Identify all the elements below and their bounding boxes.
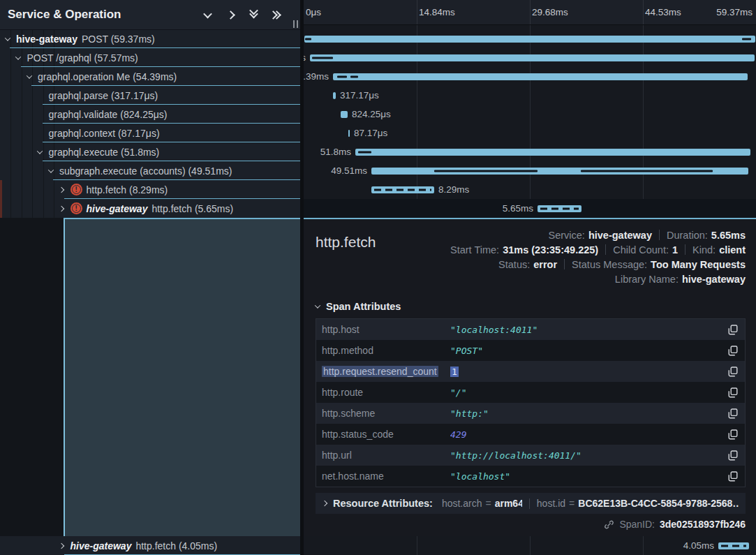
span-bar-row[interactable]: 5.65ms [304, 199, 756, 218]
span-bar-row[interactable]: 57.57ms [304, 48, 756, 67]
span-bar-row[interactable]: 87.17μs [304, 124, 756, 142]
row-collapse-icon[interactable] [24, 72, 34, 81]
span-row[interactable]: !hive-gatewayhttp.fetch (5.65ms) [0, 199, 300, 218]
chevron-down-icon [315, 302, 320, 308]
timeline-rows: 57.57ms54.39ms317.17μs824.25μs87.17μs51.… [304, 29, 756, 218]
overview-key: Library Name: [615, 274, 679, 285]
span-bar[interactable] [304, 36, 755, 43]
copy-icon[interactable] [721, 429, 745, 440]
pane-divider[interactable] [300, 0, 304, 555]
span-operation-label: http.fetch (4.05ms) [135, 540, 217, 552]
error-icon: ! [71, 184, 82, 195]
span-duration-label: 317.17μs [340, 86, 379, 105]
resource-attribute: host.arch=arm64 [442, 498, 522, 509]
double-chevron-right-icon[interactable] [271, 9, 282, 20]
resource-attributes-bar[interactable]: Resource Attributes: host.arch=arm64host… [316, 493, 746, 514]
attribute-row[interactable]: http.method"POST" [316, 340, 745, 361]
tree-header: Service & Operation [0, 0, 300, 30]
attribute-row[interactable]: http.route"/" [316, 382, 745, 403]
span-bar[interactable] [718, 542, 749, 549]
ruler-tick-label: 59.37ms [716, 0, 753, 24]
span-bar-row[interactable]: 49.51ms [304, 161, 756, 180]
span-bar-row[interactable]: 8.29ms [304, 180, 756, 199]
copy-icon[interactable] [721, 367, 745, 377]
span-bar[interactable] [371, 168, 748, 175]
span-bar[interactable] [355, 149, 750, 156]
row-collapse-icon[interactable] [36, 147, 45, 156]
span-bar[interactable] [348, 130, 350, 137]
span-row[interactable]: hive-gatewayhttp.fetch (4.05ms) [0, 536, 300, 555]
span-bar-row[interactable]: 317.17μs [304, 86, 756, 105]
span-bar-row[interactable]: 51.8ms [304, 142, 756, 161]
attribute-key: http.url [316, 450, 450, 461]
overview-separator [564, 259, 565, 269]
double-chevron-down-icon[interactable] [248, 9, 259, 20]
span-bar-row[interactable]: 4.05ms [304, 536, 756, 555]
span-duration-label: 57.57ms [304, 48, 306, 67]
span-row[interactable]: graphql.context (87.17μs) [0, 124, 300, 142]
attribute-row[interactable]: net.host.name"localhost" [316, 466, 745, 487]
span-bar[interactable] [371, 186, 434, 193]
attribute-row[interactable]: http.request.resend_count1 [316, 361, 745, 382]
copy-icon[interactable] [721, 450, 745, 461]
row-collapse-icon[interactable] [14, 53, 23, 62]
copy-icon[interactable] [721, 408, 745, 419]
span-duration-label: 54.39ms [304, 67, 329, 86]
child-span-marker [581, 170, 713, 172]
chevron-down-icon[interactable] [202, 9, 213, 20]
span-row[interactable]: graphql.parse (317.17μs) [0, 86, 300, 105]
span-bar-row[interactable]: 824.25μs [304, 105, 756, 124]
overview-separator [685, 244, 685, 255]
overview-separator [659, 230, 660, 240]
row-collapse-icon[interactable] [46, 166, 55, 175]
attribute-row[interactable]: http.url"http://localhost:4011/" [316, 445, 745, 466]
span-bar[interactable] [333, 92, 336, 99]
span-bar-row[interactable]: 54.39ms [304, 67, 756, 86]
selected-span-spacer [0, 218, 300, 536]
copy-icon[interactable] [721, 346, 745, 356]
attribute-key: http.method [316, 345, 450, 356]
selected-span-block [64, 218, 300, 536]
copy-icon[interactable] [721, 471, 745, 482]
row-underline [43, 123, 301, 124]
row-expand-icon[interactable] [57, 185, 66, 194]
resource-separator [529, 498, 530, 509]
attribute-row[interactable]: http.host"localhost:4011" [316, 319, 745, 340]
span-row[interactable]: POST /graphql (57.57ms) [0, 48, 300, 67]
attribute-row[interactable]: http.scheme"http:" [316, 403, 745, 424]
overview-separator [605, 244, 606, 255]
child-span-marker [742, 38, 751, 40]
span-bar[interactable] [333, 73, 748, 80]
span-duration-label: 4.05ms [683, 536, 714, 555]
row-expand-icon[interactable] [57, 541, 66, 550]
link-icon[interactable] [604, 519, 614, 530]
ruler-tick-label: 44.53ms [645, 0, 681, 24]
attribute-row[interactable]: http.status_code429 [316, 424, 745, 445]
span-bar[interactable] [341, 111, 348, 118]
span-row[interactable]: graphql.execute (51.8ms) [0, 142, 300, 161]
overview-value: error [533, 259, 557, 270]
span-detail-header: http.fetch Service:hive-gatewayDuration:… [316, 228, 746, 286]
span-row[interactable]: hive-gatewayPOST (59.37ms) [0, 29, 300, 48]
span-operation-label: POST (59.37ms) [82, 34, 155, 45]
span-row[interactable]: subgraph.execute (accounts) (49.51ms) [0, 161, 300, 180]
overview-value: hive-gateway [588, 230, 652, 241]
row-underline [64, 198, 301, 199]
copy-icon[interactable] [721, 325, 745, 335]
overview-line: Service:hive-gatewayDuration:5.65ms [549, 228, 746, 242]
row-expand-icon[interactable] [57, 204, 66, 213]
span-bar[interactable] [310, 54, 755, 61]
copy-icon[interactable] [721, 387, 745, 398]
column-resizer-icon[interactable] [293, 20, 298, 28]
tree-title: Service & Operation [0, 8, 121, 22]
row-collapse-icon[interactable] [3, 34, 12, 43]
span-row[interactable]: graphql.validate (824.25μs) [0, 105, 300, 124]
chevron-right-icon[interactable] [225, 9, 236, 20]
span-row[interactable]: !http.fetch (8.29ms) [0, 180, 300, 199]
span-bar-row[interactable] [304, 29, 756, 48]
span-row[interactable]: graphql.operation Me (54.39ms) [0, 67, 300, 86]
span-attributes-header[interactable]: Span Attributes [316, 301, 746, 312]
attribute-value: "/" [450, 387, 721, 398]
span-bar[interactable] [538, 205, 581, 212]
span-operation-label: subgraph.execute (accounts) (49.51ms) [59, 165, 232, 177]
